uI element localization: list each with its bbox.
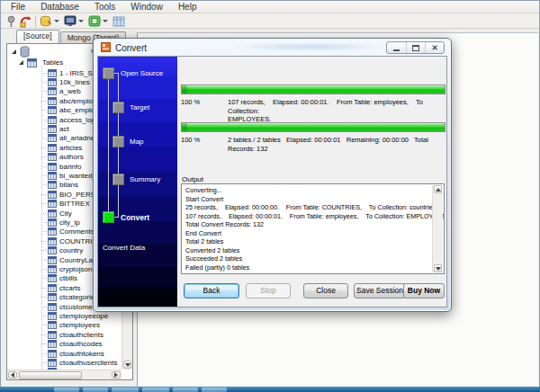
output-lines: Converting...Start Convert25 records, El… bbox=[185, 186, 429, 272]
tree-item-label: bilans bbox=[59, 181, 78, 189]
output-label: Output bbox=[182, 175, 203, 183]
taskbar-button[interactable] bbox=[142, 388, 169, 392]
expand-icon[interactable] bbox=[12, 49, 16, 54]
step-label-map: Map bbox=[130, 138, 144, 146]
taskbar-button[interactable] bbox=[83, 388, 108, 392]
close-button[interactable]: Close bbox=[303, 283, 348, 298]
convert-dialog: Convert ✕ Open Source Target Map Sum bbox=[93, 38, 452, 312]
output-line: 25 records, Elapsed: 00:00:00. From Tabl… bbox=[185, 203, 429, 212]
scroll-right-button[interactable] bbox=[112, 371, 121, 379]
disconnect-icon[interactable] bbox=[18, 14, 32, 28]
dialog-titlebar[interactable]: Convert bbox=[101, 41, 147, 54]
tab-source[interactable]: [Source] bbox=[16, 30, 59, 43]
output-log[interactable]: Converting...Start Convert25 records, El… bbox=[181, 183, 445, 274]
menu-tools[interactable]: Tools bbox=[88, 2, 122, 12]
tree-item[interactable]: ctoauthuserclients bbox=[41, 358, 117, 367]
tree-item[interactable]: City bbox=[41, 209, 72, 218]
tree-item[interactable]: a_web bbox=[41, 87, 81, 96]
tree-connector bbox=[41, 166, 47, 167]
tree-item[interactable]: ctcarts bbox=[41, 283, 81, 292]
tree-root[interactable]: r bbox=[12, 47, 32, 57]
table-icon bbox=[48, 209, 57, 218]
tree-connector bbox=[41, 73, 47, 74]
output-line: Succeeded 2 tables bbox=[185, 254, 429, 263]
tree-connector bbox=[41, 156, 47, 157]
tree-item[interactable]: authors bbox=[41, 153, 84, 162]
tree-item[interactable]: ctemployeeope bbox=[41, 311, 108, 320]
expand-icon[interactable] bbox=[19, 60, 23, 65]
map-icon[interactable] bbox=[63, 14, 77, 28]
tree-item[interactable]: ctbills bbox=[41, 274, 77, 283]
tree-item-label: city_ip bbox=[59, 218, 80, 227]
tree-item[interactable]: Comments bbox=[41, 227, 94, 236]
tree-item[interactable]: ctoauthclients bbox=[41, 330, 104, 339]
tree-item-label: ctbills bbox=[59, 274, 77, 282]
table-icon bbox=[48, 265, 57, 273]
tree-item[interactable]: abc/employe bbox=[41, 96, 100, 105]
tree-item[interactable]: ctcategories bbox=[41, 293, 98, 302]
taskbar-button[interactable] bbox=[202, 388, 227, 392]
table-progress-bar bbox=[181, 85, 446, 94]
menu-help[interactable]: Help bbox=[172, 2, 203, 12]
buy-now-button[interactable]: Buy Now bbox=[403, 283, 445, 298]
table-view-icon[interactable] bbox=[112, 14, 126, 28]
tree-item[interactable]: BITTREX bbox=[41, 200, 90, 209]
taskbar-button[interactable] bbox=[112, 388, 139, 392]
dropdown-caret[interactable] bbox=[103, 20, 108, 22]
tables-label: Tables bbox=[42, 58, 63, 67]
tree-node-tables[interactable]: Tables bbox=[19, 58, 63, 67]
minimize-button[interactable] bbox=[387, 42, 406, 53]
scroll-up-button[interactable] bbox=[434, 185, 442, 193]
tree-item[interactable]: city_ip bbox=[41, 218, 80, 227]
table-icon bbox=[48, 78, 57, 86]
tree-item[interactable]: bilans bbox=[41, 181, 78, 190]
output-line: End Convert bbox=[185, 229, 429, 238]
back-button[interactable]: Back bbox=[184, 283, 239, 298]
step-label-convert: Convert bbox=[121, 213, 149, 222]
tree-item[interactable]: barinfo bbox=[41, 162, 81, 171]
tree-item[interactable]: ctoauthcodes bbox=[41, 340, 103, 349]
tree-item-label: barinfo bbox=[59, 163, 81, 171]
tree-item[interactable]: all_ariadne bbox=[41, 134, 94, 143]
tree-item[interactable]: act bbox=[41, 124, 69, 133]
output-line: Start Convert bbox=[185, 195, 429, 204]
menu-window[interactable]: Window bbox=[124, 2, 169, 12]
maximize-button[interactable] bbox=[406, 42, 425, 53]
table-icon bbox=[48, 227, 57, 236]
save-session-button[interactable]: Save Session bbox=[354, 283, 406, 298]
tree-item[interactable]: 10k_lines bbox=[41, 77, 90, 86]
output-line: Converted 2 tables bbox=[185, 246, 429, 255]
stop-button[interactable]: Stop bbox=[246, 283, 291, 298]
tree-horizontal-scrollbar[interactable] bbox=[7, 370, 122, 379]
tree-item[interactable]: cryptojson bbox=[41, 264, 92, 273]
close-button[interactable]: ✕ bbox=[425, 42, 444, 53]
tree-item[interactable]: articles bbox=[41, 143, 82, 152]
tree-item[interactable]: bi_wanted_c bbox=[41, 171, 100, 180]
tree-connector bbox=[41, 288, 47, 289]
total-progress-percent: 100 % bbox=[181, 136, 228, 153]
scroll-thumb[interactable] bbox=[19, 371, 82, 379]
menu-file[interactable]: File bbox=[4, 2, 32, 12]
convert-icon[interactable] bbox=[87, 14, 102, 28]
step-marker-map bbox=[112, 136, 124, 147]
convert-data-label: Convert Data bbox=[103, 244, 145, 252]
dropdown-caret[interactable] bbox=[54, 20, 59, 22]
tree-item[interactable]: access_logs bbox=[41, 115, 99, 124]
scroll-down-button[interactable] bbox=[123, 361, 131, 369]
dropdown-caret[interactable] bbox=[78, 20, 84, 22]
scroll-down-button[interactable] bbox=[434, 264, 442, 272]
tree-connector bbox=[41, 213, 47, 214]
taskbar-button[interactable] bbox=[173, 388, 198, 392]
scroll-left-button[interactable] bbox=[8, 371, 17, 379]
menu-database[interactable]: Database bbox=[34, 2, 86, 12]
output-scrollbar[interactable] bbox=[432, 185, 443, 272]
toolbar bbox=[1, 14, 539, 29]
tree-item[interactable]: ctemployees bbox=[41, 321, 100, 330]
open-source-icon[interactable] bbox=[39, 14, 53, 28]
taskbar-button[interactable] bbox=[54, 388, 79, 392]
tree-item[interactable]: country bbox=[41, 246, 83, 255]
table-icon bbox=[48, 274, 57, 282]
tree-connector bbox=[41, 120, 47, 120]
tree-item[interactable]: ctoauthtokens bbox=[41, 349, 104, 358]
pin-icon[interactable] bbox=[4, 14, 18, 28]
